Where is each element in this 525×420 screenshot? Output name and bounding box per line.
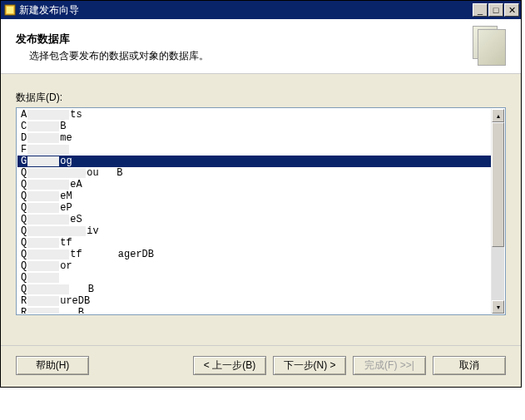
list-item-suffix: eP bbox=[60, 202, 72, 214]
list-item[interactable]: Qtf agerDB bbox=[17, 249, 491, 260]
list-item[interactable]: CB bbox=[17, 121, 491, 132]
list-item[interactable]: Dme bbox=[17, 132, 491, 144]
obscured-text bbox=[27, 203, 59, 213]
content-area: 数据库(D): AtsCBDmeFGogQou BQeAQeMQePQeSQiv… bbox=[1, 74, 521, 345]
cancel-button[interactable]: 取消 bbox=[433, 356, 506, 375]
list-item-prefix: R bbox=[21, 307, 27, 314]
obscured-text bbox=[27, 110, 69, 120]
list-item-suffix: ou B bbox=[87, 167, 122, 179]
minimize-button[interactable]: _ bbox=[473, 3, 488, 17]
list-item[interactable]: R B bbox=[17, 307, 491, 314]
list-item-prefix: C bbox=[21, 121, 27, 132]
scroll-down-button[interactable]: ▾ bbox=[492, 300, 504, 314]
list-item-suffix: B bbox=[70, 284, 94, 295]
list-item-prefix: Q bbox=[21, 260, 27, 272]
list-item-suffix: iv bbox=[87, 225, 98, 237]
obscured-text bbox=[27, 168, 86, 178]
obscured-text bbox=[27, 284, 69, 294]
scroll-thumb[interactable] bbox=[492, 122, 504, 247]
finish-button: 完成(F) >>| bbox=[353, 356, 426, 375]
maximize-button[interactable]: □ bbox=[488, 3, 503, 17]
list-item-prefix: Q bbox=[21, 284, 27, 295]
list-item-prefix: Q bbox=[21, 214, 27, 225]
obscured-text bbox=[27, 156, 59, 166]
list-item[interactable]: Qiv bbox=[17, 225, 491, 237]
list-item-prefix: Q bbox=[21, 179, 27, 190]
window-title: 新建发布向导 bbox=[19, 3, 472, 17]
database-listbox[interactable]: AtsCBDmeFGogQou BQeAQeMQePQeSQivQtfQtf a… bbox=[16, 107, 506, 315]
obscured-text bbox=[27, 261, 59, 271]
list-item[interactable]: Ats bbox=[17, 109, 491, 121]
list-item-suffix: og bbox=[60, 156, 72, 167]
page-subtitle: 选择包含要发布的数据或对象的数据库。 bbox=[16, 49, 466, 63]
list-item-prefix: Q bbox=[21, 272, 27, 284]
app-icon bbox=[4, 4, 16, 16]
list-item-prefix: Q bbox=[21, 190, 27, 202]
obscured-text bbox=[27, 121, 59, 131]
obscured-text bbox=[27, 133, 59, 143]
list-item[interactable]: Q bbox=[17, 272, 491, 284]
back-button[interactable]: < 上一步(B) bbox=[193, 356, 266, 375]
list-item-suffix: B bbox=[60, 121, 66, 132]
close-button[interactable]: ✕ bbox=[504, 3, 519, 17]
list-item-suffix: eS bbox=[70, 214, 82, 225]
list-item[interactable]: Qor bbox=[17, 260, 491, 272]
obscured-text bbox=[27, 296, 59, 306]
list-item[interactable]: F bbox=[17, 144, 491, 156]
vertical-scrollbar[interactable]: ▴ ▾ bbox=[491, 109, 504, 314]
wizard-header: 发布数据库 选择包含要发布的数据或对象的数据库。 bbox=[1, 19, 521, 74]
obscured-text bbox=[27, 308, 59, 314]
obscured-text bbox=[27, 145, 69, 155]
titlebar: 新建发布向导 _ □ ✕ bbox=[1, 1, 521, 19]
svg-rect-1 bbox=[7, 7, 13, 13]
list-item[interactable]: RureDB bbox=[17, 295, 491, 307]
scroll-up-button[interactable]: ▴ bbox=[492, 109, 504, 122]
list-item[interactable]: QeA bbox=[17, 179, 491, 190]
list-item-prefix: Q bbox=[21, 202, 27, 214]
obscured-text bbox=[27, 215, 69, 225]
page-title: 发布数据库 bbox=[16, 32, 466, 47]
list-item-suffix: eA bbox=[70, 179, 82, 190]
list-item[interactable]: Q B bbox=[17, 284, 491, 295]
list-item-suffix: B bbox=[60, 307, 84, 314]
list-item[interactable]: QeP bbox=[17, 202, 491, 214]
obscured-text bbox=[27, 191, 59, 201]
list-item[interactable]: QeM bbox=[17, 190, 491, 202]
scroll-track[interactable] bbox=[492, 122, 504, 300]
list-item[interactable]: Qou B bbox=[17, 167, 491, 179]
list-item[interactable]: Qtf bbox=[17, 237, 491, 249]
header-text: 发布数据库 选择包含要发布的数据或对象的数据库。 bbox=[16, 32, 466, 63]
list-item-suffix: tf agerDB bbox=[70, 249, 154, 260]
list-item-prefix: D bbox=[21, 132, 27, 144]
wizard-footer: 帮助(H) < 上一步(B) 下一步(N) > 完成(F) >>| 取消 bbox=[1, 345, 521, 387]
window-buttons: _ □ ✕ bbox=[472, 3, 519, 17]
list-item[interactable]: QeS bbox=[17, 214, 491, 225]
list-item-suffix: me bbox=[60, 132, 72, 144]
obscured-text bbox=[27, 226, 86, 236]
obscured-text bbox=[27, 273, 59, 283]
obscured-text bbox=[27, 238, 59, 248]
list-item-suffix: eM bbox=[60, 190, 72, 202]
list-item-suffix: ts bbox=[70, 109, 82, 121]
list-item[interactable]: Gog bbox=[17, 156, 491, 167]
list-item-prefix: R bbox=[21, 295, 27, 307]
wizard-window: 新建发布向导 _ □ ✕ 发布数据库 选择包含要发布的数据或对象的数据库。 数据… bbox=[0, 0, 522, 388]
next-button[interactable]: 下一步(N) > bbox=[273, 356, 346, 375]
list-item-prefix: Q bbox=[21, 237, 27, 249]
help-button[interactable]: 帮助(H) bbox=[16, 356, 89, 375]
list-item-suffix: tf bbox=[60, 237, 72, 249]
list-item-prefix: Q bbox=[21, 225, 27, 237]
list-item-prefix: A bbox=[21, 109, 27, 121]
list-item-prefix: Q bbox=[21, 249, 27, 260]
list-item-prefix: G bbox=[21, 156, 27, 167]
obscured-text bbox=[27, 180, 69, 190]
list-item-prefix: Q bbox=[21, 167, 27, 179]
list-item-suffix: or bbox=[60, 260, 72, 272]
list-item-suffix: ureDB bbox=[60, 295, 90, 307]
database-list-label: 数据库(D): bbox=[16, 91, 506, 105]
database-list[interactable]: AtsCBDmeFGogQou BQeAQeMQePQeSQivQtfQtf a… bbox=[17, 109, 491, 314]
header-graphic-icon bbox=[466, 26, 506, 69]
list-item-prefix: F bbox=[21, 144, 27, 156]
obscured-text bbox=[27, 250, 69, 259]
